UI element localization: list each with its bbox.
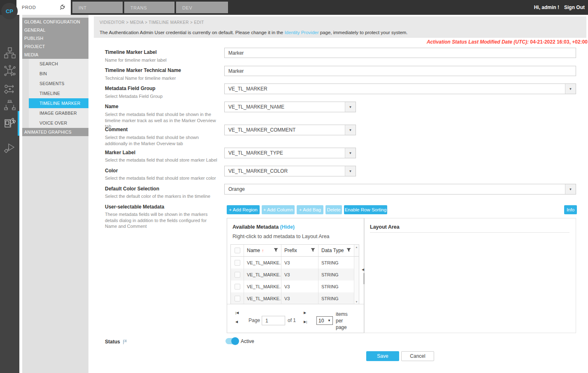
- sidebar-menu: GLOBAL CONFIGURATION GENERAL PUBLISH PRO…: [22, 15, 88, 373]
- row-checkbox[interactable]: [235, 272, 240, 278]
- page-size-value: 10: [318, 318, 324, 324]
- last-page-button[interactable]: ▶|: [304, 320, 309, 324]
- sign-out-button[interactable]: Sign Out: [564, 5, 585, 10]
- flag-icon: [123, 339, 128, 345]
- row-checkbox[interactable]: [235, 296, 240, 301]
- add-column-button[interactable]: + Add Column: [262, 205, 295, 214]
- technical-name-input[interactable]: [224, 66, 576, 76]
- name-field-value: VE_TL_MARKER_NAME: [225, 102, 345, 112]
- field-label-marker-label: Marker Label: [105, 150, 220, 155]
- sidebar-item-project[interactable]: PROJECT: [22, 42, 88, 51]
- color-field-select[interactable]: VE_TL_MARKER_COLOR ▼: [224, 166, 356, 176]
- table-scrollbar-track[interactable]: [354, 280, 359, 292]
- media-submenu: SEARCH BIN SEGMENTS TIMELINE TIMELINE MA…: [29, 59, 88, 128]
- add-bag-button[interactable]: + Add Bag: [297, 205, 323, 214]
- info-button[interactable]: Info: [564, 205, 577, 214]
- row-checkbox-cell: [231, 269, 244, 280]
- status-label-text: Status: [105, 339, 120, 345]
- first-page-button[interactable]: |◀: [235, 311, 240, 315]
- status-toggle[interactable]: [225, 338, 238, 344]
- save-button[interactable]: Save: [366, 351, 399, 361]
- tab-dev[interactable]: DEV: [176, 2, 228, 13]
- hide-link[interactable]: (Hide): [280, 224, 295, 230]
- sidebar-item-image-grabber[interactable]: IMAGE GRABBER: [29, 108, 88, 118]
- table-row[interactable]: VE_TL_MARKE... V3 STRING ▼: [231, 292, 359, 304]
- page-size-select[interactable]: 10 ▼: [316, 316, 333, 325]
- previous-page-button[interactable]: ◀: [235, 320, 240, 324]
- media-assets-icon[interactable]: [3, 46, 16, 59]
- table-scrollbar-track[interactable]: [354, 269, 359, 280]
- layout-area-divider: [370, 232, 569, 233]
- timeline-marker-label-input[interactable]: [224, 48, 576, 58]
- user-greeting: Hi, admin !: [534, 5, 559, 10]
- filter-icon[interactable]: [274, 248, 278, 253]
- row-checkbox-cell: [231, 257, 244, 269]
- name-field-select[interactable]: VE_TL_MARKER_NAME ▼: [224, 102, 356, 112]
- sidebar-item-segments[interactable]: SEGMENTS: [29, 79, 88, 88]
- filter-icon[interactable]: [311, 248, 315, 253]
- field-desc-default-color: Select the default color of the markers …: [105, 193, 218, 199]
- video-editor-icon[interactable]: [3, 116, 16, 129]
- chevron-down-icon[interactable]: ▼: [565, 184, 576, 194]
- column-header-name[interactable]: Name ↑: [244, 245, 281, 256]
- row-checkbox[interactable]: [235, 284, 240, 290]
- media-player-icon[interactable]: [3, 141, 16, 154]
- breadcrumb: VIDIEDITOR > MEDIA > TIMELINE MARKER > E…: [100, 20, 204, 25]
- chevron-down-icon[interactable]: ▼: [345, 102, 356, 112]
- table-row[interactable]: VE_TL_MARKE... V3 STRING: [231, 257, 359, 269]
- chevron-down-icon[interactable]: ▼: [345, 125, 356, 135]
- sidebar-item-global-configuration[interactable]: GLOBAL CONFIGURATION: [22, 18, 88, 26]
- identity-provider-link[interactable]: Identity Provider: [284, 30, 318, 35]
- tab-int[interactable]: INT: [72, 2, 123, 13]
- panel-splitter-handle[interactable]: [364, 273, 364, 284]
- collaboration-cycle-icon[interactable]: [3, 99, 16, 112]
- table-scrollbar[interactable]: ▲: [354, 245, 359, 256]
- panel-collapse-arrow[interactable]: ◀: [362, 268, 364, 271]
- table-scrollbar-track[interactable]: [354, 257, 359, 269]
- cancel-button[interactable]: Cancel: [401, 351, 434, 361]
- filter-icon[interactable]: [346, 248, 351, 253]
- process-flow-icon[interactable]: [3, 83, 16, 95]
- enable-row-sorting-button[interactable]: Enable Row Sorting: [344, 205, 387, 214]
- table-scrollbar-bottom[interactable]: ▼: [354, 292, 359, 304]
- table-row[interactable]: VE_TL_MARKE... V3 STRING: [231, 280, 359, 292]
- tab-trans[interactable]: TRANS: [124, 2, 174, 13]
- workflow-network-icon[interactable]: [3, 65, 16, 77]
- select-all-cell: [231, 245, 244, 256]
- sidebar-item-voice-over[interactable]: VOICE OVER: [29, 118, 88, 128]
- sidebar-item-publish[interactable]: PUBLISH: [22, 34, 88, 42]
- field-label-technical-name: Timeline Marker Technical Name: [105, 67, 220, 73]
- default-color-select[interactable]: Orange ▼: [224, 184, 576, 195]
- delete-button[interactable]: Delete: [325, 205, 342, 214]
- sidebar-item-timeline[interactable]: TIMELINE: [29, 88, 88, 98]
- select-all-checkbox[interactable]: [235, 248, 240, 253]
- chevron-down-icon[interactable]: ▼: [345, 148, 356, 158]
- sidebar-item-search[interactable]: SEARCH: [29, 59, 88, 69]
- sidebar-item-timeline-marker[interactable]: TIMELINE MARKER: [29, 98, 88, 108]
- page-number-input[interactable]: [262, 316, 285, 325]
- tab-trans-label: TRANS: [130, 5, 147, 10]
- comment-field-select[interactable]: VE_TL_MARKER_COMMENT ▼: [224, 125, 356, 135]
- cell-name: VE_TL_MARKE...: [244, 280, 281, 292]
- sort-ascending-icon: ↑: [262, 248, 264, 253]
- chevron-down-icon[interactable]: ▼: [345, 166, 356, 176]
- sidebar-item-bin[interactable]: BIN: [29, 69, 88, 79]
- sidebar-item-general[interactable]: GENERAL: [22, 26, 88, 34]
- plug-icon: [59, 4, 65, 11]
- column-header-data-type[interactable]: Data Type: [318, 245, 354, 256]
- chevron-down-icon: ▼: [328, 319, 331, 322]
- scroll-down-icon[interactable]: ▼: [356, 301, 358, 303]
- metadata-field-group-select[interactable]: VE_TL_MARKER ▼: [224, 83, 576, 94]
- marker-label-field-select[interactable]: VE_TL_MARKER_TYPE ▼: [224, 148, 356, 158]
- scroll-up-icon[interactable]: ▲: [356, 246, 358, 248]
- tab-prod[interactable]: PROD: [16, 0, 71, 15]
- topbar-user-area: Hi, admin ! Sign Out: [534, 0, 585, 15]
- row-checkbox[interactable]: [235, 260, 240, 266]
- add-region-button[interactable]: + Add Region: [227, 205, 260, 214]
- sidebar-item-animated-graphics[interactable]: ANIMATED GRAPHICS: [22, 128, 88, 136]
- chevron-down-icon[interactable]: ▼: [565, 84, 576, 94]
- sidebar-item-media[interactable]: MEDIA: [22, 51, 88, 59]
- column-header-prefix[interactable]: Prefix: [281, 245, 318, 256]
- next-page-button[interactable]: ▶: [304, 311, 309, 315]
- table-row[interactable]: VE_TL_MARKE... V3 STRING: [231, 269, 359, 280]
